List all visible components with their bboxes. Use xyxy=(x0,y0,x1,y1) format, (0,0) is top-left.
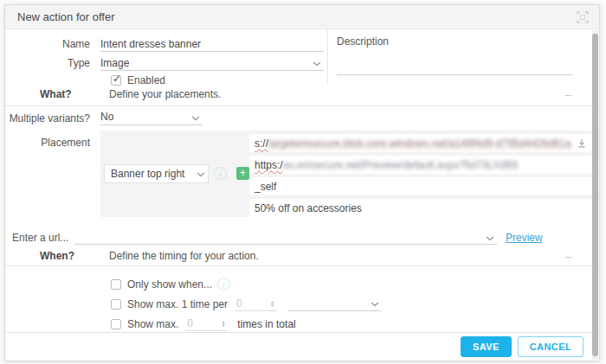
dialog-footer: SAVE CANCEL xyxy=(5,332,599,361)
placement-label: Placement xyxy=(5,131,100,149)
url-row: Enter a url... Preview xyxy=(5,229,599,246)
image-url-row: s:// targetemsecure.blob.core.windows.ne… xyxy=(249,134,600,152)
link-url-input[interactable]: https:/ eu.emsecure.net/Preview/default.… xyxy=(249,156,600,174)
dialog-body: Name Intent dresses banner Type Image ✓ xyxy=(5,29,599,334)
name-input[interactable]: Intent dresses banner xyxy=(100,37,324,52)
save-button[interactable]: SAVE xyxy=(461,336,512,357)
description-label: Description xyxy=(337,35,573,49)
multiple-variants-label: Multiple variants? xyxy=(5,112,100,125)
more-options-button[interactable]: ... xyxy=(599,136,600,148)
chevron-down-icon xyxy=(197,172,205,177)
enabled-label: Enabled xyxy=(127,74,165,86)
collapse-icon[interactable]: – xyxy=(565,250,571,263)
alt-text-input[interactable]: 50% off on accessories xyxy=(249,199,600,217)
spinner-icons[interactable]: ▲ ▼ xyxy=(270,300,274,307)
when-subtitle: Define the timing for your action. xyxy=(109,250,259,262)
placement-select[interactable]: Banner top right xyxy=(104,164,209,183)
when-title: When? xyxy=(40,250,100,262)
times-in-total-label: times in total xyxy=(237,318,295,330)
description-textarea[interactable] xyxy=(337,49,573,75)
dialog-header: New action for offer xyxy=(5,5,599,29)
per-count-stepper[interactable]: 0 ▲ ▼ xyxy=(235,297,276,311)
what-title: What? xyxy=(40,88,100,100)
enabled-checkbox[interactable]: ✓ xyxy=(111,75,121,86)
collapse-icon[interactable]: – xyxy=(565,88,571,101)
obscured-text: targetemsecure.blob.core.windows.net/a14… xyxy=(268,137,571,150)
chevron-down-icon xyxy=(191,116,200,121)
image-url-input[interactable]: s:// targetemsecure.blob.core.windows.ne… xyxy=(249,134,592,152)
placement-panel: Banner top right i + s:// targetemsecure… xyxy=(100,131,600,217)
type-select[interactable]: Image xyxy=(100,56,324,71)
info-icon: i xyxy=(217,278,230,291)
obscured-text: eu.emsecure.net/Preview/default.aspx?5d7… xyxy=(283,159,519,171)
show-max-per-checkbox[interactable] xyxy=(111,299,121,310)
show-max-per-row: Show max. 1 time per 0 ▲ ▼ xyxy=(111,294,599,314)
only-show-when-checkbox[interactable] xyxy=(111,279,121,290)
add-placement-button[interactable]: + xyxy=(236,167,249,180)
link-url-row: https:/ eu.emsecure.net/Preview/default.… xyxy=(249,156,600,174)
name-row: Name Intent dresses banner xyxy=(5,35,327,53)
timing-options: Only show when... i Show max. 1 time per… xyxy=(5,266,599,334)
show-max-per-label: Show max. 1 time per xyxy=(127,298,228,310)
alt-text-row: 50% off on accessories xyxy=(249,199,600,217)
check-icon: ✓ xyxy=(113,73,121,85)
name-label: Name xyxy=(5,38,100,50)
chevron-down-icon xyxy=(486,236,494,241)
when-section-header: When? Define the timing for your action.… xyxy=(5,246,599,266)
url-input[interactable] xyxy=(74,231,497,245)
new-action-dialog: New action for offer Name Intent dresses… xyxy=(4,4,600,361)
show-max-total-row: Show max. 0 ▲ ▼ times in total xyxy=(111,314,599,334)
placement-row: Placement Banner top right i + s xyxy=(5,131,599,217)
spinner-icons[interactable]: ▲ ▼ xyxy=(221,320,225,327)
chevron-down-icon xyxy=(313,61,321,67)
insert-field-icon[interactable] xyxy=(571,138,587,149)
type-label: Type xyxy=(5,57,100,69)
top-form-area: Name Intent dresses banner Type Image ✓ xyxy=(5,29,599,83)
dialog-title: New action for offer xyxy=(17,10,114,23)
cancel-button[interactable]: CANCEL xyxy=(518,336,583,357)
chevron-down-icon xyxy=(371,302,379,307)
total-count-stepper[interactable]: 0 ▲ ▼ xyxy=(185,317,227,331)
multiple-variants-select[interactable]: No xyxy=(100,111,203,125)
multiple-variants-row: Multiple variants? No xyxy=(5,106,599,130)
info-icon: i xyxy=(214,167,227,180)
url-label: Enter a url... xyxy=(12,232,74,244)
only-show-when-label: Only show when... xyxy=(127,278,212,291)
show-max-total-label: Show max. xyxy=(127,318,178,330)
type-row: Type Image xyxy=(5,54,327,72)
preview-link[interactable]: Preview xyxy=(506,232,543,244)
target-row: _self xyxy=(249,177,600,195)
per-unit-select[interactable] xyxy=(288,297,382,311)
enabled-row: ✓ Enabled xyxy=(5,73,327,87)
scrollbar-thumb[interactable] xyxy=(592,34,598,356)
target-select[interactable]: _self xyxy=(249,177,600,195)
expand-icon[interactable] xyxy=(577,11,589,23)
show-max-total-checkbox[interactable] xyxy=(111,319,121,329)
what-subtitle: Define your placements. xyxy=(109,88,221,100)
vertical-scrollbar[interactable] xyxy=(592,30,598,360)
only-show-when-row: Only show when... i xyxy=(111,274,599,294)
